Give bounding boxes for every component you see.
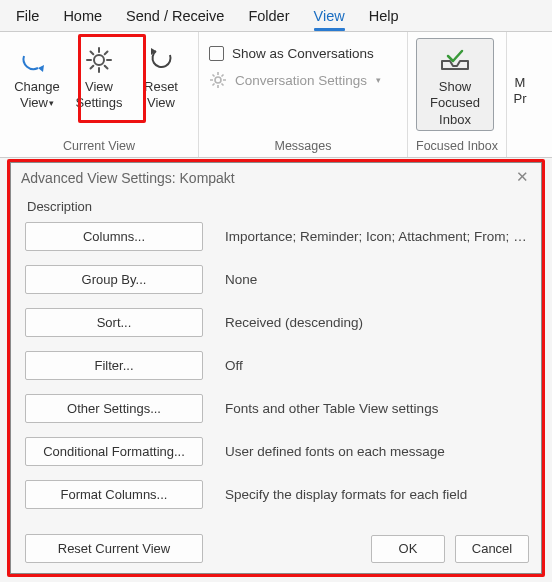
conversation-settings: Conversation Settings ▾: [209, 71, 395, 89]
ribbon: Change View▾: [0, 32, 552, 158]
reset-view-button[interactable]: Reset View: [130, 38, 192, 115]
cancel-button[interactable]: Cancel: [455, 535, 529, 563]
checkbox-icon[interactable]: [209, 46, 224, 61]
group-label-focused: Focused Inbox: [416, 136, 498, 157]
ok-button[interactable]: OK: [371, 535, 445, 563]
change-view-line2: View▾: [20, 95, 54, 111]
change-view-line1: Change: [14, 79, 60, 95]
trailing-button[interactable]: M Pr: [511, 38, 529, 113]
change-view-icon: [20, 43, 54, 77]
dialog-footer: Reset Current View OK Cancel: [11, 534, 541, 563]
change-view-button[interactable]: Change View▾: [6, 38, 68, 115]
row-sort: Sort... Received (descending): [25, 308, 529, 337]
trailing-p: Pr: [514, 91, 527, 107]
inbox-icon: [438, 43, 472, 77]
group-label-trailing: [511, 150, 529, 157]
view-settings-line2: Settings: [76, 95, 123, 111]
menu-folder[interactable]: Folder: [248, 8, 289, 24]
close-icon[interactable]: ✕: [513, 169, 531, 187]
reset-view-line1: Reset: [144, 79, 178, 95]
menu-view[interactable]: View: [314, 8, 345, 24]
view-settings-line1: View: [85, 79, 113, 95]
advanced-view-settings-dialog: Advanced View Settings: Kompakt ✕ Descri…: [10, 162, 542, 574]
group-by-desc: None: [225, 272, 529, 287]
columns-desc: Importance; Reminder; Icon; Attachment; …: [225, 229, 529, 244]
columns-button[interactable]: Columns...: [25, 222, 203, 251]
group-by-button[interactable]: Group By...: [25, 265, 203, 294]
format-columns-button[interactable]: Format Columns...: [25, 480, 203, 509]
menu-send-receive[interactable]: Send / Receive: [126, 8, 224, 24]
conditional-formatting-desc: User defined fonts on each message: [225, 444, 529, 459]
row-format-columns: Format Columns... Specify the display fo…: [25, 480, 529, 509]
group-current-view: Change View▾: [0, 32, 199, 157]
filter-desc: Off: [225, 358, 529, 373]
undo-icon: [146, 43, 176, 77]
dialog-titlebar: Advanced View Settings: Kompakt ✕: [11, 163, 541, 191]
sort-button[interactable]: Sort...: [25, 308, 203, 337]
group-trailing: M Pr: [507, 32, 531, 157]
show-as-conversations[interactable]: Show as Conversations: [209, 46, 395, 61]
svg-point-1: [215, 77, 221, 83]
group-focused-inbox: Show Focused Inbox Focused Inbox: [408, 32, 507, 157]
conversation-settings-label: Conversation Settings: [235, 73, 367, 88]
row-conditional-formatting: Conditional Formatting... User defined f…: [25, 437, 529, 466]
chevron-down-icon: ▾: [376, 75, 381, 85]
show-focused-line1: Show Focused: [419, 79, 491, 112]
filter-button[interactable]: Filter...: [25, 351, 203, 380]
group-label-current-view: Current View: [6, 136, 192, 157]
row-columns: Columns... Importance; Reminder; Icon; A…: [25, 222, 529, 251]
svg-point-0: [94, 55, 104, 65]
show-focused-inbox-button[interactable]: Show Focused Inbox: [416, 38, 494, 131]
row-group-by: Group By... None: [25, 265, 529, 294]
sort-desc: Received (descending): [225, 315, 529, 330]
conditional-formatting-button[interactable]: Conditional Formatting...: [25, 437, 203, 466]
other-settings-desc: Fonts and other Table View settings: [225, 401, 529, 416]
show-focused-line2: Inbox: [439, 112, 471, 128]
row-filter: Filter... Off: [25, 351, 529, 380]
menu-home[interactable]: Home: [63, 8, 102, 24]
group-messages: Show as Conversations Conversation Setti…: [199, 32, 408, 157]
other-settings-button[interactable]: Other Settings...: [25, 394, 203, 423]
show-as-conversations-label: Show as Conversations: [232, 46, 374, 61]
reset-view-line2: View: [147, 95, 175, 111]
gear-icon: [84, 43, 114, 77]
gear-small-icon: [209, 71, 227, 89]
menu-file[interactable]: File: [16, 8, 39, 24]
reset-current-view-button[interactable]: Reset Current View: [25, 534, 203, 563]
dialog-title: Advanced View Settings: Kompakt: [21, 170, 235, 186]
group-label-messages: Messages: [205, 136, 401, 157]
view-settings-button[interactable]: View Settings: [68, 38, 130, 115]
description-label: Description: [27, 199, 529, 214]
trailing-m: M: [515, 75, 526, 91]
row-other-settings: Other Settings... Fonts and other Table …: [25, 394, 529, 423]
menu-help[interactable]: Help: [369, 8, 399, 24]
format-columns-desc: Specify the display formats for each fie…: [225, 487, 529, 502]
menubar: File Home Send / Receive Folder View Hel…: [0, 0, 552, 32]
